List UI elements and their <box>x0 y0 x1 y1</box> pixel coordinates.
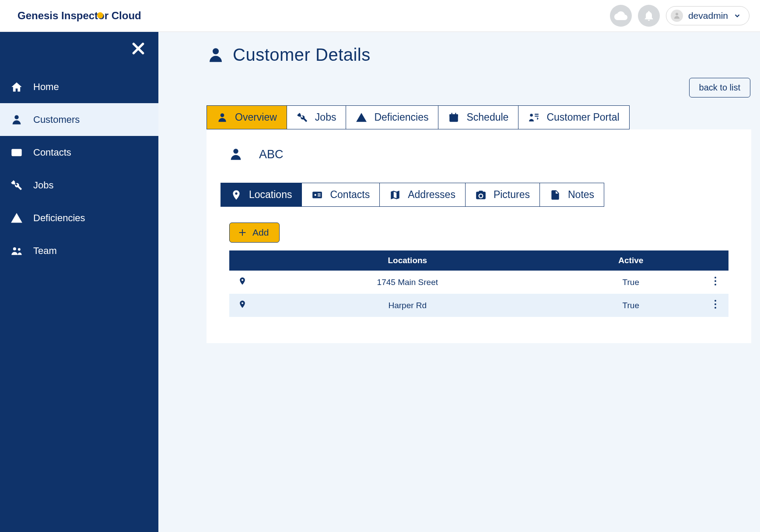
sidebar-item-jobs[interactable]: Jobs <box>0 169 158 202</box>
person-icon <box>228 147 243 162</box>
page-title: Customer Details <box>233 45 371 65</box>
add-button-label: Add <box>252 227 269 238</box>
main-tabs: OverviewJobsDeficienciesScheduleCustomer… <box>207 105 751 129</box>
tools-icon <box>297 112 308 123</box>
tab-label: Schedule <box>466 111 508 123</box>
team-icon <box>11 245 23 257</box>
row-icon <box>229 271 256 294</box>
sidebar-item-label: Deficiencies <box>33 212 85 224</box>
sidebar-item-contacts[interactable]: Contacts <box>0 136 158 169</box>
row-actions-menu[interactable] <box>702 271 728 294</box>
overview-card: ABC LocationsContactsAddressesPicturesNo… <box>207 129 751 343</box>
sidebar-item-customers[interactable]: Customers <box>0 103 158 136</box>
sidebar-close-button[interactable] <box>131 42 145 57</box>
row-location-name: 1745 Main Sreet <box>256 271 560 294</box>
row-actions-menu[interactable] <box>702 294 728 317</box>
subtab-pictures[interactable]: Pictures <box>465 183 540 207</box>
tab-jobs[interactable]: Jobs <box>287 105 347 129</box>
sidebar-item-team[interactable]: Team <box>0 234 158 267</box>
alert-icon <box>11 212 23 224</box>
user-menu[interactable]: devadmin <box>666 6 749 25</box>
subtab-label: Pictures <box>494 189 530 201</box>
id-card-icon <box>312 189 323 201</box>
bell-icon <box>643 10 655 22</box>
cloud-icon <box>614 9 627 22</box>
person-icon <box>11 114 23 126</box>
avatar <box>671 10 683 22</box>
col-actions <box>702 250 728 271</box>
sidebar-item-label: Contacts <box>33 147 71 158</box>
tab-customer-portal[interactable]: Customer Portal <box>518 105 629 129</box>
tools-icon <box>11 179 23 191</box>
page-header: Customer Details <box>207 45 751 65</box>
row-active: True <box>560 294 702 317</box>
camera-icon <box>475 189 487 201</box>
tab-schedule[interactable]: Schedule <box>438 105 518 129</box>
sidebar-item-label: Home <box>33 81 59 93</box>
pin-icon <box>231 189 242 201</box>
row-icon <box>229 294 256 317</box>
main-content: Customer Details back to list OverviewJo… <box>158 32 760 532</box>
app-title: Genesis Inspector Cloud <box>18 10 141 22</box>
person-icon <box>207 46 225 64</box>
tab-deficiencies[interactable]: Deficiencies <box>346 105 438 129</box>
sidebar-item-deficiencies[interactable]: Deficiencies <box>0 202 158 234</box>
tab-label: Deficiencies <box>374 111 428 123</box>
cloud-status-button[interactable] <box>610 5 632 27</box>
subtab-addresses[interactable]: Addresses <box>379 183 466 207</box>
nav-list: HomeCustomersContactsJobsDeficienciesTea… <box>0 32 158 267</box>
close-icon <box>131 42 145 56</box>
logo-accent-dot <box>97 12 103 18</box>
subtab-label: Contacts <box>330 189 370 201</box>
subtab-label: Notes <box>568 189 594 201</box>
more-vertical-icon <box>714 276 717 286</box>
add-button[interactable]: Add <box>229 223 280 243</box>
row-active: True <box>560 271 702 294</box>
app-title-text: Genesis Inspector Cloud <box>18 10 141 21</box>
calendar-icon <box>448 112 459 123</box>
sidebar-item-label: Jobs <box>33 180 53 191</box>
alert-icon <box>356 112 367 123</box>
header-right: devadmin <box>610 5 749 27</box>
pin-icon <box>238 299 247 309</box>
col-active: Active <box>560 250 702 271</box>
back-row: back to list <box>207 78 751 97</box>
home-icon <box>11 81 23 93</box>
sidebar-item-label: Customers <box>33 114 80 125</box>
person-icon <box>673 12 681 20</box>
subtab-label: Addresses <box>408 189 455 201</box>
more-vertical-icon <box>714 299 717 309</box>
subtab-contacts[interactable]: Contacts <box>301 183 380 207</box>
sidebar-item-label: Team <box>33 245 57 257</box>
map-icon <box>389 189 401 201</box>
back-to-list-button[interactable]: back to list <box>689 78 750 97</box>
customer-header: ABC <box>211 147 747 162</box>
table-row[interactable]: 1745 Main SreetTrue <box>229 271 728 294</box>
sidebar-item-home[interactable]: Home <box>0 70 158 103</box>
file-icon <box>550 189 561 201</box>
sub-tabs: LocationsContactsAddressesPicturesNotes <box>221 183 747 207</box>
col-icon <box>229 250 256 271</box>
username-label: devadmin <box>688 10 728 21</box>
tab-overview[interactable]: Overview <box>207 105 287 129</box>
pin-icon <box>238 276 247 286</box>
chevron-down-icon <box>733 12 741 20</box>
notifications-button[interactable] <box>638 5 660 27</box>
tab-label: Customer Portal <box>546 111 619 123</box>
tab-label: Overview <box>235 111 277 123</box>
person-icon <box>217 112 228 123</box>
subtab-locations[interactable]: Locations <box>221 183 302 207</box>
table-row[interactable]: Harper RdTrue <box>229 294 728 317</box>
row-location-name: Harper Rd <box>256 294 560 317</box>
app-header: Genesis Inspector Cloud devadmin <box>0 0 760 32</box>
plus-icon <box>238 228 247 237</box>
sidebar: HomeCustomersContactsJobsDeficienciesTea… <box>0 32 158 532</box>
subtab-notes[interactable]: Notes <box>539 183 604 207</box>
subtab-label: Locations <box>249 189 292 201</box>
tab-label: Jobs <box>315 111 336 123</box>
locations-table: Locations Active 1745 Main SreetTrueHarp… <box>229 250 728 317</box>
customer-name: ABC <box>259 148 284 161</box>
portal-icon <box>528 112 539 123</box>
col-locations: Locations <box>256 250 560 271</box>
id-card-icon <box>11 146 23 159</box>
